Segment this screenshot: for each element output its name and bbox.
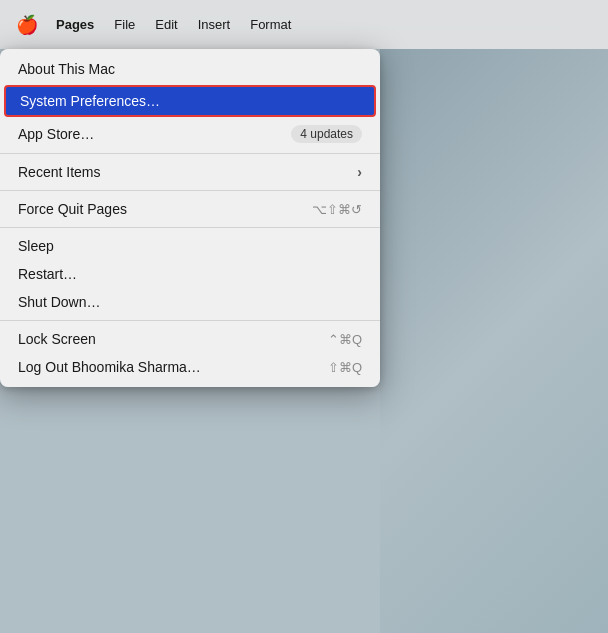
menubar-item-format[interactable]: Format	[240, 0, 301, 49]
menu-item-sleep-label: Sleep	[18, 238, 362, 254]
divider-2	[0, 190, 380, 191]
menubar-item-edit[interactable]: Edit	[145, 0, 187, 49]
menu-item-force-quit[interactable]: Force Quit Pages ⌥⇧⌘↺	[0, 195, 380, 223]
log-out-shortcut: ⇧⌘Q	[328, 360, 362, 375]
menu-item-app-store[interactable]: App Store… 4 updates	[0, 119, 380, 149]
menu-item-system-prefs[interactable]: System Preferences…	[4, 85, 376, 117]
menu-item-about-label: About This Mac	[18, 61, 362, 77]
menubar-item-pages[interactable]: Pages	[46, 0, 104, 49]
menu-item-recent-items[interactable]: Recent Items ›	[0, 158, 380, 186]
apple-menu-icon[interactable]: 🍎	[8, 0, 46, 49]
menubar-item-file[interactable]: File	[104, 0, 145, 49]
apple-dropdown-menu: About This Mac System Preferences… App S…	[0, 49, 380, 387]
menubar-item-insert[interactable]: Insert	[188, 0, 241, 49]
divider-1	[0, 153, 380, 154]
background	[380, 49, 608, 633]
menu-item-shut-down-label: Shut Down…	[18, 294, 362, 310]
chevron-right-icon: ›	[357, 164, 362, 180]
menu-item-log-out-label: Log Out Bhoomika Sharma…	[18, 359, 328, 375]
menu-item-log-out[interactable]: Log Out Bhoomika Sharma… ⇧⌘Q	[0, 353, 380, 381]
menu-item-system-prefs-label: System Preferences…	[20, 93, 360, 109]
menubar: 🍎 Pages File Edit Insert Format	[0, 0, 608, 49]
menu-item-restart-label: Restart…	[18, 266, 362, 282]
app-store-badge: 4 updates	[291, 125, 362, 143]
divider-4	[0, 320, 380, 321]
divider-3	[0, 227, 380, 228]
menu-item-lock-screen[interactable]: Lock Screen ⌃⌘Q	[0, 325, 380, 353]
menu-item-about[interactable]: About This Mac	[0, 55, 380, 83]
lock-screen-shortcut: ⌃⌘Q	[328, 332, 362, 347]
menu-item-app-store-label: App Store…	[18, 126, 291, 142]
menu-item-shut-down[interactable]: Shut Down…	[0, 288, 380, 316]
menu-item-sleep[interactable]: Sleep	[0, 232, 380, 260]
menu-item-restart[interactable]: Restart…	[0, 260, 380, 288]
menu-item-lock-screen-label: Lock Screen	[18, 331, 328, 347]
menu-item-force-quit-label: Force Quit Pages	[18, 201, 312, 217]
menu-item-recent-items-label: Recent Items	[18, 164, 357, 180]
force-quit-shortcut: ⌥⇧⌘↺	[312, 202, 362, 217]
